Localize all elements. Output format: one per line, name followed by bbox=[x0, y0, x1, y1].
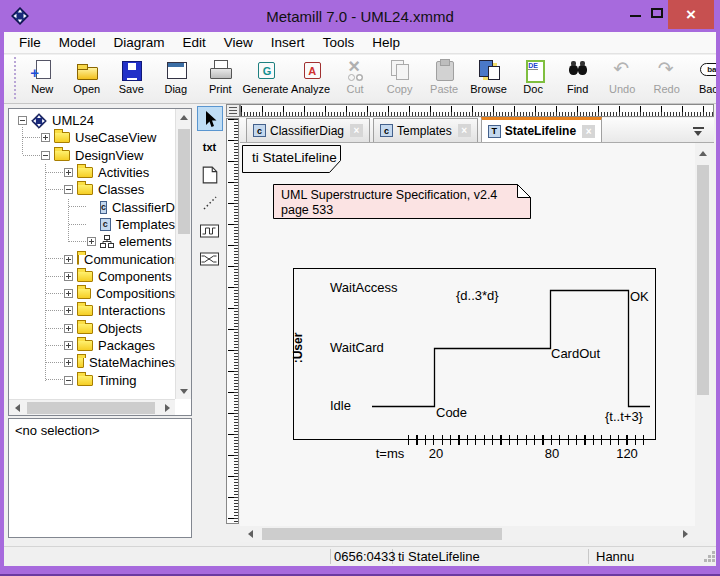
status-bar: 0656:0433 ti StateLifeline Hannu bbox=[0, 546, 720, 566]
tree-item[interactable]: UML24 bbox=[10, 112, 175, 129]
scroll-right-icon[interactable] bbox=[159, 400, 175, 416]
toolbar-button[interactable]: Paste bbox=[422, 55, 467, 103]
tree-expander-icon[interactable] bbox=[64, 255, 73, 264]
canvas-vscroll-thumb[interactable] bbox=[697, 165, 709, 395]
state-lifeline-tool[interactable] bbox=[197, 218, 223, 243]
diagram-tab[interactable]: Templates bbox=[373, 118, 478, 142]
toolbar-button-label: New bbox=[31, 83, 53, 95]
scroll-up-icon[interactable] bbox=[176, 109, 192, 125]
text-tool[interactable]: txt bbox=[197, 134, 223, 159]
canvas-hscroll-thumb[interactable] bbox=[262, 528, 502, 540]
tree-item[interactable]: Activities bbox=[10, 164, 175, 181]
tab-close-icon[interactable] bbox=[458, 124, 471, 137]
tree-expander-icon[interactable] bbox=[64, 306, 73, 315]
diagram-canvas[interactable]: ti StateLifeline UML Superstructure Spec… bbox=[240, 143, 695, 526]
tree-item[interactable]: Communications bbox=[10, 250, 175, 267]
tree-item[interactable]: Timing bbox=[10, 371, 175, 388]
menu-item[interactable]: Help bbox=[363, 33, 409, 52]
toolbar-button[interactable]: Undo bbox=[600, 55, 645, 103]
toolbar-button[interactable]: Back bbox=[689, 55, 716, 103]
tree-item-label: Interactions bbox=[98, 303, 165, 318]
scroll-down-icon[interactable] bbox=[176, 383, 192, 399]
toolbar-button[interactable]: Generate bbox=[243, 55, 289, 103]
tree-item[interactable]: Components bbox=[10, 268, 175, 285]
value-lifeline-tool[interactable] bbox=[197, 246, 223, 271]
tree-item[interactable]: Interactions bbox=[10, 302, 175, 319]
toolbar-button[interactable]: Print bbox=[198, 55, 243, 103]
toolbar-button[interactable]: Browse bbox=[466, 55, 511, 103]
tree-expander-icon[interactable] bbox=[64, 358, 73, 367]
toolbar-button[interactable]: Save bbox=[109, 55, 154, 103]
toolbar-button[interactable]: Analyze bbox=[288, 55, 333, 103]
tab-close-icon[interactable] bbox=[582, 125, 595, 138]
folder-icon bbox=[77, 167, 93, 178]
menu-item[interactable]: View bbox=[215, 33, 262, 52]
note-tool[interactable] bbox=[197, 162, 223, 187]
select-tool[interactable] bbox=[197, 106, 223, 131]
tree-item[interactable]: ClassifierDiag bbox=[10, 198, 175, 215]
tree-item-label: Activities bbox=[98, 165, 149, 180]
toolbar-drag-handle[interactable] bbox=[14, 57, 16, 99]
tree-item[interactable]: StateMachines bbox=[10, 354, 175, 371]
tree-expander-icon[interactable] bbox=[41, 151, 50, 160]
toolbar-button-icon bbox=[521, 58, 545, 82]
tree-item-label: Classes bbox=[98, 182, 144, 197]
menu-item[interactable]: Edit bbox=[174, 33, 215, 52]
tree-item[interactable]: DesignView bbox=[10, 147, 175, 164]
tree-item[interactable]: elements bbox=[10, 233, 175, 250]
toolbar-button[interactable]: Doc bbox=[511, 55, 556, 103]
menu-item[interactable]: Tools bbox=[314, 33, 364, 52]
toolbar-button[interactable]: Find bbox=[555, 55, 600, 103]
close-button[interactable]: × bbox=[668, 0, 714, 29]
tree-vscroll-thumb[interactable] bbox=[178, 129, 190, 234]
model-tree-panel: UML24 bbox=[8, 108, 192, 416]
toolbar: New Open Save Diag bbox=[4, 55, 716, 104]
toolbar-button[interactable]: Copy bbox=[377, 55, 422, 103]
tree-expander-icon[interactable] bbox=[64, 168, 73, 177]
toolbar-button[interactable]: Redo bbox=[644, 55, 689, 103]
canvas-vertical-scrollbar[interactable] bbox=[695, 143, 711, 526]
canvas-horizontal-scrollbar[interactable] bbox=[240, 526, 695, 542]
tree-horizontal-scrollbar[interactable] bbox=[9, 399, 175, 415]
tree-item[interactable]: Compositions bbox=[10, 285, 175, 302]
toolbar-button[interactable]: Cut bbox=[333, 55, 378, 103]
canvas-scroll-left-icon[interactable] bbox=[242, 526, 258, 542]
cursor-coordinates: 0656:0433 bbox=[334, 549, 395, 564]
toolbar-button[interactable]: Diag bbox=[154, 55, 199, 103]
tree-expander-icon[interactable] bbox=[64, 324, 73, 333]
tree-item[interactable]: Classes bbox=[10, 181, 175, 198]
tree-expander-icon[interactable] bbox=[18, 116, 27, 125]
diagram-tab[interactable]: StateLifeline bbox=[481, 117, 602, 142]
canvas-scroll-right-icon[interactable] bbox=[677, 526, 693, 542]
ruler-origin-box[interactable] bbox=[226, 104, 240, 117]
menu-item[interactable]: File bbox=[10, 33, 50, 52]
tree-expander-icon[interactable] bbox=[87, 237, 96, 246]
canvas-scroll-up-icon[interactable] bbox=[695, 145, 711, 161]
maximize-button[interactable] bbox=[651, 8, 663, 18]
tree-item[interactable]: Templates bbox=[10, 216, 175, 233]
anchor-line-tool[interactable] bbox=[197, 190, 223, 215]
scroll-left-icon[interactable] bbox=[9, 400, 25, 416]
tree-vertical-scrollbar[interactable] bbox=[175, 109, 191, 399]
minimize-button[interactable] bbox=[630, 15, 641, 17]
tree-expander-icon[interactable] bbox=[64, 289, 73, 298]
tree-item[interactable]: UseCaseView bbox=[10, 129, 175, 146]
tree-expander-icon[interactable] bbox=[64, 272, 73, 281]
diagram-tab[interactable]: ClassifierDiag bbox=[246, 118, 370, 142]
toolbar-button-label: Browse bbox=[470, 83, 507, 95]
tree-item[interactable]: Packages bbox=[10, 337, 175, 354]
tree-expander-icon[interactable] bbox=[41, 133, 50, 142]
resize-grip[interactable] bbox=[712, 551, 715, 554]
tree-hscroll-thumb[interactable] bbox=[27, 402, 155, 414]
toolbar-button[interactable]: Open bbox=[65, 55, 110, 103]
tab-list-chevron-icon[interactable] bbox=[693, 127, 704, 136]
menu-item[interactable]: Model bbox=[50, 33, 105, 52]
menu-item[interactable]: Insert bbox=[262, 33, 314, 52]
tree-item[interactable]: Objects bbox=[10, 320, 175, 337]
tab-close-icon[interactable] bbox=[350, 124, 363, 137]
menu-item[interactable]: Diagram bbox=[105, 33, 174, 52]
tree-expander-icon[interactable] bbox=[64, 341, 73, 350]
toolbar-button[interactable]: New bbox=[20, 55, 65, 103]
tree-expander-icon[interactable] bbox=[64, 376, 73, 385]
tree-expander-icon[interactable] bbox=[64, 185, 73, 194]
